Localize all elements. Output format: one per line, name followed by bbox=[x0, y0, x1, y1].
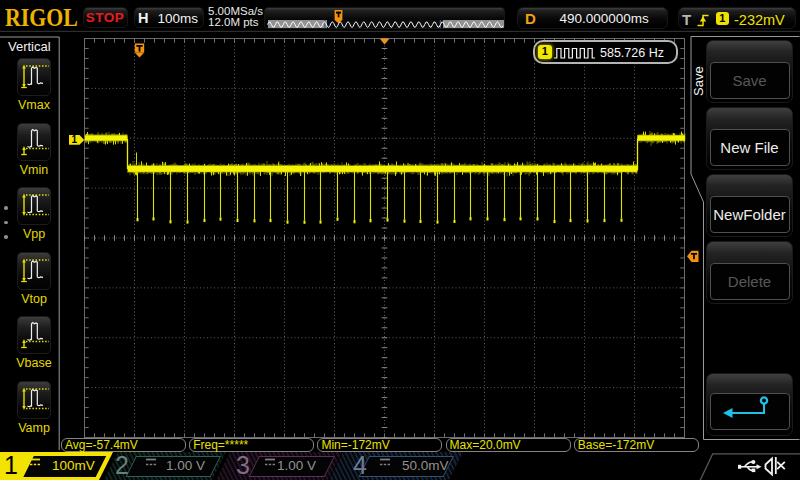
svg-text:1: 1 bbox=[72, 134, 78, 145]
